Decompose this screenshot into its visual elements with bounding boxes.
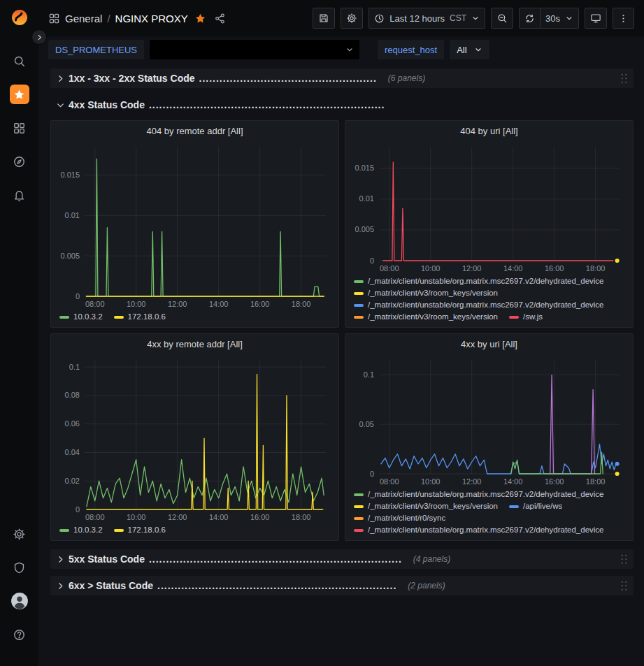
legend-label: 10.0.3.2 bbox=[73, 524, 103, 536]
svg-text:10:00: 10:00 bbox=[127, 300, 146, 308]
svg-text:10:00: 10:00 bbox=[421, 264, 441, 273]
series-color-swatch bbox=[114, 316, 124, 319]
row-panel-count: (6 panels) bbox=[388, 73, 425, 83]
time-range-label: Last 12 hours bbox=[389, 13, 445, 24]
svg-text:0.05: 0.05 bbox=[359, 420, 374, 428]
legend-item[interactable]: 10.0.3.2 bbox=[59, 524, 103, 536]
datasource-variable-label[interactable]: DS_PROMETHEUS bbox=[48, 40, 144, 59]
refresh-group: 30s bbox=[519, 8, 579, 29]
row-5xx[interactable]: 5xx Status Code ........................… bbox=[50, 549, 634, 569]
refresh-button[interactable] bbox=[519, 8, 541, 29]
panel-title[interactable]: 4xx by uri [All] bbox=[345, 334, 633, 354]
alerting-bell-icon[interactable] bbox=[8, 183, 31, 207]
server-admin-shield-icon[interactable] bbox=[8, 556, 31, 579]
series-color-swatch bbox=[354, 304, 364, 307]
legend-item[interactable]: 10.0.3.2 bbox=[59, 311, 103, 323]
timeseries-chart[interactable]: 08:0010:0012:0014:0016:0018:0000.020.040… bbox=[55, 354, 334, 523]
refresh-interval-dropdown[interactable]: 30s bbox=[541, 8, 579, 29]
timeseries-chart[interactable]: 08:0010:0012:0014:0016:0018:0000.050.1 bbox=[350, 354, 629, 488]
request-host-variable-label[interactable]: request_host bbox=[378, 40, 444, 59]
row-drag-handle[interactable] bbox=[620, 73, 628, 85]
legend-label: /_matrix/client/r0/sync bbox=[368, 512, 445, 524]
legend-item[interactable]: /api/live/ws bbox=[509, 500, 562, 512]
series-color-swatch bbox=[509, 316, 519, 319]
legend-item[interactable]: /_matrix/client/unstable/org.matrix.msc2… bbox=[354, 488, 604, 500]
row-6xx[interactable]: 6xx > Status Code ......................… bbox=[50, 576, 634, 595]
timeseries-chart[interactable]: 08:0010:0012:0014:0016:0018:0000.0050.01… bbox=[350, 141, 629, 275]
chart-canvas: 08:0010:0012:0014:0016:0018:0000.020.040… bbox=[55, 354, 334, 523]
legend-item[interactable]: /_matrix/client/unstable/org.matrix.msc2… bbox=[354, 299, 604, 311]
monitor-icon bbox=[590, 13, 601, 24]
dashboards-icon[interactable] bbox=[8, 116, 31, 140]
breadcrumb-folder[interactable]: General bbox=[65, 13, 102, 24]
series-color-swatch bbox=[59, 316, 69, 319]
favorite-star-icon[interactable] bbox=[194, 13, 206, 24]
variables-bar: DS_PROMETHEUS request_host All bbox=[38, 36, 644, 63]
row-drag-handle[interactable] bbox=[620, 580, 628, 592]
legend-label: /api/live/ws bbox=[523, 500, 562, 512]
sidebar-expand-button[interactable] bbox=[31, 29, 47, 45]
legend-item[interactable]: /_matrix/client/unstable/org.matrix.msc2… bbox=[354, 275, 604, 287]
legend-item[interactable]: /_matrix/client/v3/room_keys/version bbox=[354, 311, 498, 323]
panel-title[interactable]: 4xx by remote addr [All] bbox=[51, 334, 338, 354]
svg-text:16:00: 16:00 bbox=[545, 477, 564, 486]
star-icon bbox=[10, 85, 29, 104]
panel-legend: 10.0.3.2172.18.0.6 bbox=[51, 310, 338, 327]
legend-item[interactable]: 172.18.0.6 bbox=[114, 524, 166, 536]
series-color-swatch bbox=[354, 505, 364, 508]
save-dashboard-button[interactable] bbox=[313, 8, 335, 29]
zoom-out-button[interactable] bbox=[491, 8, 513, 29]
grafana-logo[interactable] bbox=[9, 7, 30, 31]
panel-title[interactable]: 404 by uri [All] bbox=[345, 121, 633, 141]
svg-text:14:00: 14:00 bbox=[209, 513, 229, 521]
grafana-app: General / NGINX PROXY L bbox=[0, 0, 644, 666]
row-panel-count: (2 panels) bbox=[408, 581, 445, 591]
main-area: General / NGINX PROXY L bbox=[38, 0, 644, 666]
svg-text:0.08: 0.08 bbox=[65, 391, 80, 399]
panel-404-by-remote-addr: 404 by remote addr [All] 08:0010:0012:00… bbox=[50, 120, 339, 328]
chevron-right-icon bbox=[56, 581, 69, 591]
dashboard-title[interactable]: NGINX PROXY bbox=[115, 13, 188, 24]
svg-text:0.005: 0.005 bbox=[60, 252, 80, 260]
cycle-view-mode-button[interactable] bbox=[585, 8, 607, 29]
explore-compass-icon[interactable] bbox=[8, 150, 31, 173]
legend-item[interactable]: /_matrix/client/v3/room_keys/version bbox=[354, 287, 498, 299]
configuration-gear-icon[interactable] bbox=[8, 522, 31, 546]
time-range-picker[interactable]: Last 12 hours CST bbox=[368, 8, 485, 29]
share-icon[interactable] bbox=[214, 13, 226, 24]
row-title-dots: ........................................… bbox=[149, 553, 402, 565]
dashboard-settings-button[interactable] bbox=[341, 8, 363, 29]
svg-text:10:00: 10:00 bbox=[127, 513, 146, 521]
chart-canvas: 08:0010:0012:0014:0016:0018:0000.0050.01… bbox=[55, 141, 334, 310]
row-4xx[interactable]: 4xx Status Code ........................… bbox=[50, 95, 634, 115]
request-host-variable-select[interactable]: All bbox=[450, 40, 489, 59]
search-icon[interactable] bbox=[8, 49, 31, 73]
legend-item[interactable]: /_matrix/client/r0/sync bbox=[354, 512, 445, 524]
apps-grid-icon bbox=[48, 13, 60, 24]
svg-text:08:00: 08:00 bbox=[380, 477, 399, 486]
panel-title[interactable]: 404 by remote addr [All] bbox=[51, 121, 338, 141]
datasource-variable-select[interactable] bbox=[150, 40, 359, 59]
legend-item[interactable]: 172.18.0.6 bbox=[114, 311, 166, 323]
timeseries-chart[interactable]: 08:0010:0012:0014:0016:0018:0000.0050.01… bbox=[55, 141, 334, 310]
svg-text:16:00: 16:00 bbox=[250, 300, 270, 308]
legend-item[interactable]: /_matrix/client/v3/room_keys/version bbox=[354, 500, 498, 512]
more-options-button[interactable] bbox=[613, 8, 634, 29]
svg-text:18:00: 18:00 bbox=[292, 300, 311, 308]
user-avatar[interactable] bbox=[8, 589, 31, 613]
svg-text:12:00: 12:00 bbox=[462, 477, 482, 486]
row-drag-handle[interactable] bbox=[620, 553, 628, 565]
sidebar-bottom bbox=[8, 522, 31, 656]
help-icon[interactable] bbox=[8, 623, 31, 646]
legend-label: /_matrix/client/v3/room_keys/version bbox=[368, 287, 498, 299]
series-color-swatch bbox=[354, 280, 364, 283]
legend-item[interactable]: /_matrix/client/unstable/org.matrix.msc2… bbox=[354, 524, 604, 536]
request-host-value: All bbox=[457, 45, 466, 55]
legend-item[interactable]: /sw.js bbox=[509, 311, 543, 323]
legend-label: /_matrix/client/v3/room_keys/version bbox=[368, 311, 498, 323]
row-1xx-3xx-2xx[interactable]: 1xx - 3xx - 2xx Status Code ............… bbox=[50, 68, 634, 88]
gear-icon bbox=[346, 13, 357, 24]
sidebar-item-starred[interactable] bbox=[8, 82, 31, 106]
series-color-swatch bbox=[354, 529, 364, 532]
kebab-menu-icon bbox=[618, 13, 629, 24]
